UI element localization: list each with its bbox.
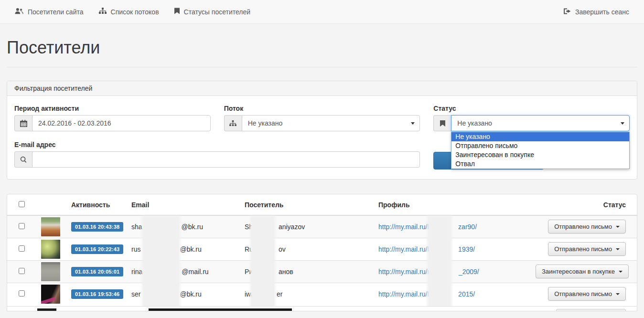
status-dropdown-button[interactable]	[556, 309, 626, 311]
period-field-group: Период активности	[14, 105, 211, 131]
avatar	[41, 240, 60, 259]
logout-button[interactable]: Завершить сеанс	[556, 0, 637, 23]
profile-column-header: Профиль	[375, 194, 532, 215]
visitors-table: Активность Email Посетитель Профиль Стат…	[7, 194, 637, 305]
status-dropdown-button[interactable]: Отправлено письмо	[548, 287, 626, 301]
status-dropdown-button[interactable]: Отправлено письмо	[548, 220, 626, 233]
calendar-icon	[14, 115, 32, 131]
chevron-down-icon	[619, 271, 623, 273]
table-row: 01.03.16 20:05:01 rina@mail.ru Ринанов h…	[7, 260, 637, 283]
chevron-down-icon	[616, 293, 620, 295]
users-icon	[15, 8, 23, 16]
activity-badge: 01.03.16 20:22:43	[71, 244, 123, 254]
nav-item-label: Статусы посетителей	[184, 8, 250, 16]
status-option[interactable]: Отвал	[451, 159, 629, 169]
select-all-checkbox[interactable]	[19, 201, 25, 207]
period-label: Период активности	[14, 105, 211, 112]
visitors-tbody: 01.03.16 20:43:38 sha@bk.ru Shaaniyazov …	[7, 215, 637, 305]
table-row: 01.03.16 20:22:43 rus@bk.ru Rusov http:/…	[7, 238, 637, 260]
status-select[interactable]: Не указано	[451, 115, 630, 131]
redaction-strip-visitor	[252, 217, 274, 306]
chevron-down-icon	[621, 122, 624, 125]
row-checkbox[interactable]	[19, 223, 25, 229]
sitemap-icon	[99, 8, 107, 16]
nav-item-site-visitors[interactable]: Посетители сайта	[7, 0, 91, 23]
visitor-column-header: Посетитель	[241, 194, 375, 215]
status-option[interactable]: Отправлено письмо	[451, 141, 629, 150]
email-column-header: Email	[128, 194, 241, 215]
profile-link[interactable]: http://my.mail.ru/bk/zar90/	[378, 223, 477, 231]
email-label: E-mail адрес	[14, 141, 420, 148]
avatar-column-header	[37, 194, 67, 215]
page-title: Посетители	[7, 38, 637, 57]
sitemap-icon	[224, 115, 242, 131]
redaction-strip-profile	[429, 217, 451, 306]
email-search-input[interactable]	[32, 151, 420, 168]
row-checkbox[interactable]	[19, 268, 25, 274]
status-dropdown-button[interactable]: Отправлено письмо	[548, 242, 626, 256]
nav-item-visitor-statuses[interactable]: Статусы посетителей	[167, 0, 258, 23]
bookmark-icon	[433, 115, 451, 131]
chevron-down-icon	[411, 122, 415, 125]
chevron-down-icon	[616, 248, 620, 250]
avatar	[41, 262, 60, 281]
activity-badge: 01.03.16 20:05:01	[71, 267, 123, 276]
avatar	[37, 308, 56, 311]
email-field-group: E-mail адрес	[14, 141, 420, 170]
status-option[interactable]: Заинтересован в покупке	[451, 150, 629, 159]
table-row: 01.03.16 20:43:38 sha@bk.ru Shaaniyazov …	[7, 215, 637, 238]
profile-cell: http://my.mail.ru/bk/zar90/	[375, 215, 532, 238]
period-input[interactable]	[32, 115, 211, 131]
filter-panel: Фильтрация посетителей Период активности…	[7, 81, 637, 180]
status-field-group: Статус Не указано Не указаноОтправлено п…	[433, 105, 630, 131]
profile-cell: http://my.mail.ru/bk/2015/	[375, 283, 532, 305]
status-label: Статус	[433, 105, 630, 112]
stream-select[interactable]: Не указано	[242, 115, 420, 131]
status-select-value: Не указано	[457, 119, 492, 127]
visitors-table-panel: Активность Email Посетитель Профиль Стат…	[7, 194, 637, 311]
nav-item-label: Список потоков	[111, 8, 159, 16]
bookmark-icon	[174, 8, 180, 16]
table-header-row: Активность Email Посетитель Профиль Стат…	[7, 194, 637, 215]
sign-out-icon	[564, 8, 571, 16]
status-column-header: Статус	[532, 194, 637, 215]
title-divider	[7, 67, 637, 67]
profile-link[interactable]: http://my.mail.ru/bk/2015/	[378, 290, 475, 298]
row-checkbox[interactable]	[19, 245, 25, 252]
avatar	[41, 217, 60, 236]
activity-badge: 01.03.16 19:53:46	[71, 289, 123, 299]
top-navbar: Посетители сайта Список потоков Статусы …	[0, 0, 644, 24]
row-checkbox[interactable]	[19, 290, 25, 297]
nav-item-label: Завершить сеанс	[575, 8, 629, 16]
avatar	[41, 285, 60, 304]
status-options-list: Не указаноОтправлено письмоЗаинтересован…	[451, 132, 630, 169]
profile-cell: http://my.mail.ru/bk/1939/	[375, 238, 532, 260]
profile-cell: http://my.mail.ru/ma_2009/	[375, 260, 532, 283]
filter-panel-title: Фильтрация посетителей	[7, 81, 637, 96]
profile-link[interactable]: http://my.mail.ru/bk/1939/	[378, 245, 475, 253]
nav-item-label: Посетители сайта	[28, 8, 84, 16]
nav-item-stream-list[interactable]: Список потоков	[91, 0, 167, 23]
redacted-content	[149, 308, 292, 311]
status-option[interactable]: Не указано	[451, 132, 629, 141]
activity-column-header: Активность	[67, 194, 128, 215]
stream-label: Поток	[224, 105, 420, 112]
status-dropdown-button[interactable]: Заинтересован в покупке	[536, 265, 629, 278]
activity-badge: 01.03.16 20:43:38	[71, 222, 123, 232]
stream-select-value: Не указано	[248, 119, 283, 127]
stream-field-group: Поток Не указано	[224, 105, 420, 131]
search-icon	[14, 151, 32, 168]
redaction-strip-email	[143, 217, 179, 306]
table-row-partial	[7, 306, 637, 311]
table-row: 01.03.16 19:53:46 ser@bk.ru iwaer http:/…	[7, 283, 637, 305]
chevron-down-icon	[616, 226, 620, 228]
